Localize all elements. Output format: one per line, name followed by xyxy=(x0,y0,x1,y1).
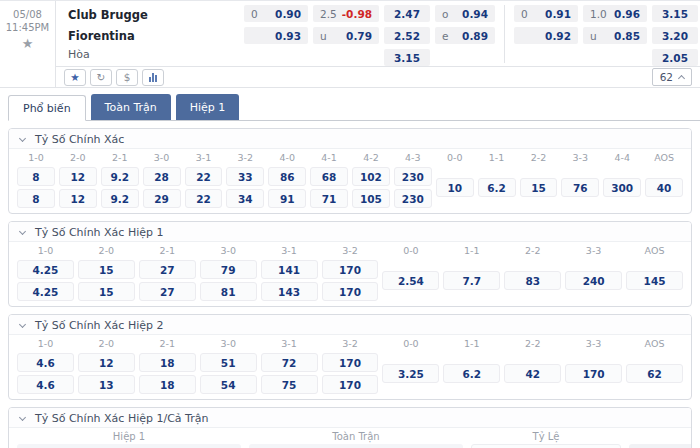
odds-cell[interactable]: 91 xyxy=(268,189,306,208)
odds-cell[interactable]: 230 xyxy=(394,189,432,208)
section-header[interactable]: Tỷ Số Chính Xác Hiệp 2 xyxy=(9,315,691,335)
odds-cell[interactable]: 15 xyxy=(78,282,135,301)
odds-cell[interactable]: 68 xyxy=(310,167,348,186)
odds-cell[interactable]: 18 xyxy=(139,375,196,394)
odds-cell[interactable]: 240 xyxy=(565,271,622,290)
ft-score-select[interactable]: 0-0 xyxy=(249,444,463,448)
h1-over-odds[interactable]: 1.0 0.96 xyxy=(583,5,647,22)
odds-cell[interactable]: 4.25 xyxy=(17,282,74,301)
odds-cell[interactable]: 33 xyxy=(226,167,264,186)
h1-1x2-draw-odds[interactable]: 2.05 xyxy=(652,49,698,66)
odds-cell[interactable]: 170 xyxy=(322,260,379,279)
odds-cell[interactable]: 22 xyxy=(185,189,223,208)
odds-cell[interactable]: 27 xyxy=(139,282,196,301)
ft-1x2-home-odds[interactable]: 2.47 xyxy=(384,5,430,22)
odds-cell[interactable]: 62 xyxy=(626,364,683,383)
score-column-header: 0-0 xyxy=(382,338,439,349)
star-icon[interactable]: ★ xyxy=(22,37,34,50)
odds-cell[interactable]: 170 xyxy=(322,353,379,372)
odds-cell[interactable]: 3.25 xyxy=(382,364,439,383)
ft-1x2-draw-odds[interactable]: 3.15 xyxy=(384,49,430,66)
odds-cell[interactable]: 9.2 xyxy=(101,167,139,186)
ft-1x2-away-odds[interactable]: 2.52 xyxy=(384,27,430,44)
odds-cell[interactable]: 15 xyxy=(78,260,135,279)
h1-under-odds[interactable]: u 0.85 xyxy=(583,27,647,44)
odds-cell[interactable]: 15 xyxy=(520,178,558,197)
odds-cell[interactable]: 27 xyxy=(139,260,196,279)
odds-cell[interactable]: 51 xyxy=(200,353,257,372)
chevron-down-icon xyxy=(19,227,26,234)
tab-full-match[interactable]: Toàn Trận xyxy=(91,94,171,120)
h1-ah-away-odds[interactable]: 0.92 xyxy=(514,27,578,44)
h1-ah-home-odds[interactable]: 0 0.91 xyxy=(514,5,578,22)
odds-cell[interactable]: 8 xyxy=(17,189,55,208)
away-team-name: Fiorentina xyxy=(68,27,244,48)
odds-cell[interactable]: 143 xyxy=(261,282,318,301)
section-title: Tỷ Số Chính Xác xyxy=(35,133,124,146)
ft-over-odds[interactable]: 2.5 -0.98 xyxy=(313,5,379,22)
market-count-toggle[interactable]: 62 xyxy=(652,68,692,86)
odds-cell[interactable]: 22 xyxy=(185,167,223,186)
odds-cell[interactable]: 81 xyxy=(200,282,257,301)
tab-first-half[interactable]: Hiệp 1 xyxy=(176,94,240,120)
odds-cell[interactable]: 12 xyxy=(78,353,135,372)
odds-cell[interactable]: 83 xyxy=(504,271,561,290)
stats-button[interactable] xyxy=(142,69,164,86)
odds-cell[interactable]: 12 xyxy=(59,189,97,208)
match-header: 05/08 11:45PM ★ Club Brugge Fiorentina H… xyxy=(0,0,700,88)
rate-odds-cell[interactable]: 10 xyxy=(471,444,621,448)
odds-cell[interactable]: 4.6 xyxy=(17,353,74,372)
odds-cell[interactable]: 4.6 xyxy=(17,375,74,394)
odds-cell[interactable]: 2.54 xyxy=(382,271,439,290)
odds-cell[interactable]: 34 xyxy=(226,189,264,208)
odds-cell[interactable]: 54 xyxy=(200,375,257,394)
section-header[interactable]: Tỷ Số Chính Xác Hiệp 1/Cả Trận xyxy=(9,408,691,428)
odds-cell[interactable]: 86 xyxy=(268,167,306,186)
odds-cell[interactable]: 170 xyxy=(565,364,622,383)
odds-cell[interactable]: 40 xyxy=(645,178,683,197)
h1-1x2-away-odds[interactable]: 3.20 xyxy=(652,27,698,44)
odds-value: 2.52 xyxy=(394,30,420,42)
ft-odd-odds[interactable]: o 0.94 xyxy=(435,5,495,22)
ft-even-odds[interactable]: e 0.89 xyxy=(435,27,495,44)
ft-ah-home-odds[interactable]: 0 0.90 xyxy=(244,5,308,22)
cashout-button[interactable]: $ xyxy=(116,69,138,86)
odds-cell[interactable]: 145 xyxy=(626,271,683,290)
odds-cell[interactable]: 8 xyxy=(17,167,55,186)
odds-cell[interactable]: 230 xyxy=(394,167,432,186)
odds-cell[interactable]: 28 xyxy=(143,167,181,186)
h1-score-select[interactable]: 0-0 xyxy=(17,444,241,448)
odds-cell[interactable]: 7.7 xyxy=(443,271,500,290)
tab-popular[interactable]: Phổ biến xyxy=(8,95,86,121)
odds-cell[interactable]: 71 xyxy=(310,189,348,208)
odds-cell[interactable]: 76 xyxy=(561,178,599,197)
odds-cell[interactable]: 29 xyxy=(143,189,181,208)
ft-ah-away-odds[interactable]: 0.93 xyxy=(244,27,308,44)
favorite-button[interactable]: ★ xyxy=(64,69,86,86)
odds-cell[interactable]: 170 xyxy=(322,375,379,394)
section-header[interactable]: Tỷ Số Chính Xác xyxy=(9,129,691,149)
odds-cell[interactable]: 9.2 xyxy=(101,189,139,208)
odds-cell[interactable]: 13 xyxy=(78,375,135,394)
odds-cell[interactable]: 170 xyxy=(322,282,379,301)
refresh-button[interactable]: ↻ xyxy=(90,69,112,86)
odds-cell[interactable]: 79 xyxy=(200,260,257,279)
htft-controls: 0-0 0-0 10 Hiển thị tất cả xyxy=(17,444,683,448)
odds-cell[interactable]: 6.2 xyxy=(443,364,500,383)
odds-cell[interactable]: 10 xyxy=(436,178,474,197)
odds-cell[interactable]: 18 xyxy=(139,353,196,372)
show-all-button[interactable]: Hiển thị tất cả xyxy=(629,444,692,448)
odds-cell[interactable]: 72 xyxy=(261,353,318,372)
odds-cell[interactable]: 141 xyxy=(261,260,318,279)
odds-cell[interactable]: 6.2 xyxy=(478,178,516,197)
odds-cell[interactable]: 42 xyxy=(504,364,561,383)
odds-cell[interactable]: 102 xyxy=(352,167,390,186)
odds-cell[interactable]: 4.25 xyxy=(17,260,74,279)
ft-under-odds[interactable]: u 0.79 xyxy=(313,27,379,44)
odds-cell[interactable]: 12 xyxy=(59,167,97,186)
odds-cell[interactable]: 300 xyxy=(603,178,641,197)
h1-1x2-home-odds[interactable]: 3.15 xyxy=(652,5,698,22)
odds-cell[interactable]: 75 xyxy=(261,375,318,394)
odds-cell[interactable]: 105 xyxy=(352,189,390,208)
section-header[interactable]: Tỷ Số Chính Xác Hiệp 1 xyxy=(9,222,691,242)
